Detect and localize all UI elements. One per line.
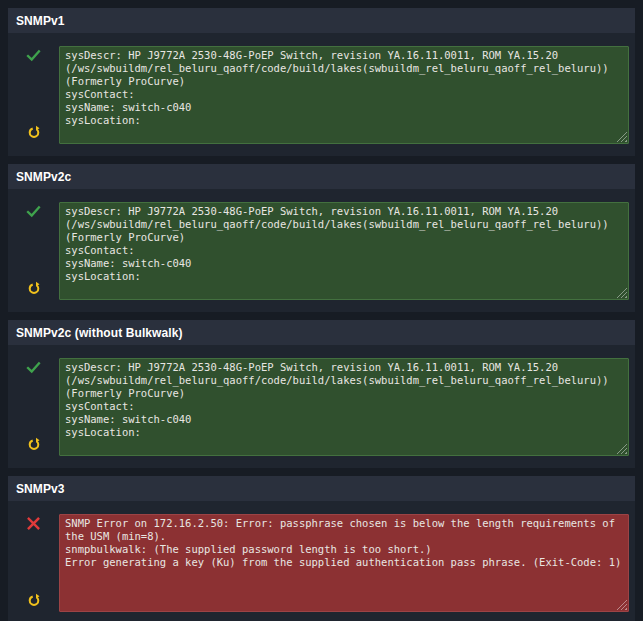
section-header: SNMPv2c (without Bulkwalk): [8, 320, 635, 345]
redo-icon[interactable]: [27, 281, 41, 295]
check-icon: [26, 204, 41, 219]
output-wrap: sysDescr: HP J9772A 2530-48G-PoEP Switch…: [59, 358, 629, 456]
section-header: SNMPv1: [8, 8, 635, 33]
section-title: SNMPv3: [16, 482, 65, 496]
redo-icon[interactable]: [27, 125, 41, 139]
snmp-error-textarea[interactable]: SNMP Error on 172.16.2.50: Error: passph…: [59, 514, 629, 612]
check-icon: [26, 360, 41, 375]
redo-icon[interactable]: [27, 593, 41, 607]
snmp-section-v3: SNMPv3 SNMP Error on 172.16.2.50: Error:…: [8, 476, 635, 621]
section-title: SNMPv2c: [16, 170, 71, 184]
output-wrap: sysDescr: HP J9772A 2530-48G-PoEP Switch…: [59, 202, 629, 300]
status-column: [8, 358, 59, 456]
section-body: SNMP Error on 172.16.2.50: Error: passph…: [8, 501, 635, 621]
snmp-output-textarea[interactable]: sysDescr: HP J9772A 2530-48G-PoEP Switch…: [59, 358, 629, 456]
section-header: SNMPv2c: [8, 164, 635, 189]
status-column: [8, 46, 59, 144]
snmp-output-textarea[interactable]: sysDescr: HP J9772A 2530-48G-PoEP Switch…: [59, 202, 629, 300]
snmp-section-v2c: SNMPv2c sysDescr: HP J9772A 2530-48G-PoE…: [8, 164, 635, 312]
section-title: SNMPv2c (without Bulkwalk): [16, 326, 183, 340]
section-title: SNMPv1: [16, 14, 65, 28]
status-column: [8, 202, 59, 300]
output-wrap: sysDescr: HP J9772A 2530-48G-PoEP Switch…: [59, 46, 629, 144]
section-header: SNMPv3: [8, 476, 635, 501]
snmp-output-textarea[interactable]: sysDescr: HP J9772A 2530-48G-PoEP Switch…: [59, 46, 629, 144]
output-wrap: SNMP Error on 172.16.2.50: Error: passph…: [59, 514, 629, 612]
redo-icon[interactable]: [27, 437, 41, 451]
x-icon: [26, 516, 41, 531]
snmp-section-v2c-no-bulkwalk: SNMPv2c (without Bulkwalk) sysDescr: HP …: [8, 320, 635, 468]
section-body: sysDescr: HP J9772A 2530-48G-PoEP Switch…: [8, 33, 635, 156]
status-column: [8, 514, 59, 612]
section-body: sysDescr: HP J9772A 2530-48G-PoEP Switch…: [8, 345, 635, 468]
section-body: sysDescr: HP J9772A 2530-48G-PoEP Switch…: [8, 189, 635, 312]
snmp-section-v1: SNMPv1 sysDescr: HP J9772A 2530-48G-PoEP…: [8, 8, 635, 156]
check-icon: [26, 48, 41, 63]
